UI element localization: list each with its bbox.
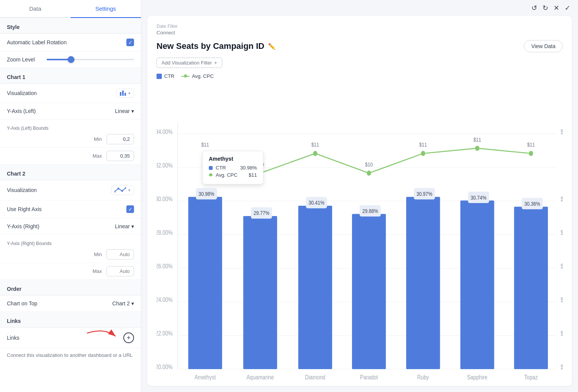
yaxis-left-min-row: Min bbox=[0, 131, 141, 148]
chart1-visualization-dropdown[interactable]: ▾ bbox=[116, 89, 134, 98]
svg-text:$10: $10 bbox=[560, 195, 563, 202]
chart-on-top-label: Chart on Top bbox=[7, 300, 37, 307]
add-filter-plus-icon: + bbox=[214, 60, 217, 66]
svg-rect-29 bbox=[188, 197, 222, 369]
svg-point-55 bbox=[475, 146, 480, 151]
yaxis-right-min-input[interactable] bbox=[107, 249, 134, 260]
top-bar: ↺ ↻ ✕ ✓ bbox=[141, 0, 578, 16]
svg-rect-41 bbox=[406, 197, 440, 369]
chart-on-top-select[interactable]: Chart 2 ▾ bbox=[112, 300, 134, 307]
tab-data[interactable]: Data bbox=[0, 0, 71, 17]
svg-rect-44 bbox=[460, 200, 494, 369]
use-right-axis-label: Use Right Axis bbox=[7, 206, 42, 212]
svg-text:$8: $8 bbox=[560, 229, 563, 236]
svg-text:$11: $11 bbox=[419, 142, 427, 148]
automatic-label-rotation-row: Automatic Label Rotation ✓ bbox=[0, 34, 141, 52]
close-icon[interactable]: ✕ bbox=[554, 4, 559, 12]
main-chart-svg: 20.00% 22.00% 24.00% 26.00% 28.00% 30.00… bbox=[157, 82, 563, 382]
svg-text:$10: $10 bbox=[365, 161, 373, 168]
tab-settings[interactable]: Settings bbox=[71, 0, 141, 18]
automatic-label-rotation-label: Automatic Label Rotation bbox=[7, 39, 66, 45]
yaxis-right-min-label: Min bbox=[94, 252, 102, 257]
svg-text:$11: $11 bbox=[527, 142, 535, 148]
zoom-slider-track[interactable] bbox=[47, 59, 134, 60]
legend-ctr-icon bbox=[157, 74, 162, 79]
chart2-visualization-label: Visualization bbox=[7, 187, 37, 193]
svg-text:Diamond: Diamond bbox=[305, 374, 325, 381]
add-filter-label: Add Visualization Filter bbox=[161, 60, 212, 66]
chart2-yaxis-chevron: ▾ bbox=[131, 223, 134, 229]
add-filter-button[interactable]: Add Visualization Filter + bbox=[157, 58, 222, 68]
use-right-axis-checkbox[interactable]: ✓ bbox=[126, 205, 134, 213]
svg-text:$0: $0 bbox=[560, 364, 563, 371]
bar2 bbox=[122, 90, 124, 96]
chart-on-top-row: Chart on Top Chart 2 ▾ bbox=[0, 295, 141, 312]
undo-icon[interactable]: ↺ bbox=[531, 4, 537, 12]
yaxis-right-max-input[interactable] bbox=[107, 266, 134, 276]
chart2-visualization-dropdown[interactable]: ▾ bbox=[111, 185, 134, 195]
svg-point-56 bbox=[529, 151, 533, 156]
links-add-button[interactable]: + bbox=[123, 332, 134, 343]
svg-point-51 bbox=[258, 171, 262, 176]
svg-text:28.00%: 28.00% bbox=[157, 229, 173, 236]
svg-text:Paradot: Paradot bbox=[360, 374, 378, 381]
svg-text:Amethyst: Amethyst bbox=[195, 374, 216, 381]
yaxis-right-min-row: Min bbox=[0, 246, 141, 263]
section-chart1: Chart 1 bbox=[0, 68, 141, 84]
chart1-yaxis-left-value: Linear bbox=[115, 108, 130, 114]
chart2-yaxis-right-select[interactable]: Linear ▾ bbox=[115, 223, 134, 229]
chart1-yaxis-left-label: Y-Axis (Left) bbox=[7, 108, 36, 114]
links-hint: Connect this visualization to another da… bbox=[0, 348, 141, 364]
svg-text:$11: $11 bbox=[201, 142, 209, 148]
chart-legend: CTR Avg. CPC bbox=[157, 73, 563, 79]
chart1-yaxis-left-select[interactable]: Linear ▾ bbox=[115, 108, 134, 114]
svg-text:30.74%: 30.74% bbox=[471, 194, 486, 200]
use-right-axis-row: Use Right Axis ✓ bbox=[0, 200, 141, 218]
svg-text:$12: $12 bbox=[560, 128, 563, 135]
edit-title-icon[interactable]: ✏️ bbox=[268, 43, 276, 50]
svg-text:29.88%: 29.88% bbox=[362, 208, 378, 214]
svg-text:Aquamarine: Aquamarine bbox=[247, 374, 274, 381]
svg-text:$11: $11 bbox=[311, 142, 319, 148]
date-filter-label: Date Filter bbox=[157, 24, 563, 29]
legend-avg-cpc: Avg. CPC bbox=[181, 73, 214, 79]
yaxis-left-min-input[interactable] bbox=[107, 134, 134, 144]
chart2-visualization-row: Visualization ▾ bbox=[0, 180, 141, 200]
redo-icon[interactable]: ↻ bbox=[542, 4, 548, 12]
svg-rect-38 bbox=[352, 214, 386, 369]
tab-bar: Data Settings bbox=[0, 0, 141, 18]
zoom-slider-thumb[interactable] bbox=[68, 56, 74, 63]
view-data-button[interactable]: View Data bbox=[524, 40, 563, 52]
yaxis-left-min-label: Min bbox=[94, 136, 102, 142]
automatic-label-rotation-checkbox[interactable]: ✓ bbox=[126, 39, 134, 46]
chart1-visualization-label: Visualization bbox=[7, 90, 37, 96]
zoom-level-label: Zoom Level bbox=[7, 56, 41, 63]
svg-point-1 bbox=[118, 188, 119, 190]
section-chart2: Chart 2 bbox=[0, 165, 141, 180]
chart-area: ↺ ↻ ✕ ✓ Date Filter Connect New Seats by… bbox=[141, 0, 578, 392]
check-icon[interactable]: ✓ bbox=[565, 4, 570, 12]
svg-rect-32 bbox=[243, 216, 277, 369]
links-add-wrapper: + bbox=[123, 332, 134, 343]
svg-text:$11: $11 bbox=[473, 137, 481, 143]
chart2-yaxis-right-value: Linear bbox=[115, 223, 130, 229]
svg-text:30.97%: 30.97% bbox=[417, 191, 432, 197]
svg-text:$10: $10 bbox=[256, 161, 264, 168]
links-row: Links + bbox=[0, 327, 141, 348]
svg-point-53 bbox=[367, 171, 371, 176]
yaxis-left-max-input[interactable] bbox=[107, 151, 134, 161]
svg-text:$6: $6 bbox=[560, 263, 563, 270]
section-style: Style bbox=[0, 18, 141, 34]
svg-text:26.00%: 26.00% bbox=[157, 263, 173, 270]
svg-text:Sapphire: Sapphire bbox=[467, 374, 488, 381]
svg-rect-47 bbox=[514, 207, 548, 369]
chart-title-text: New Seats by Campaign ID bbox=[157, 41, 264, 51]
yaxis-left-max-label: Max bbox=[92, 153, 102, 159]
legend-ctr: CTR bbox=[157, 73, 174, 79]
chart1-vis-chevron: ▾ bbox=[128, 91, 131, 96]
svg-text:30.36%: 30.36% bbox=[525, 201, 540, 207]
svg-text:30.98%: 30.98% bbox=[199, 191, 214, 197]
yaxis-right-max-row: Max bbox=[0, 263, 141, 280]
svg-point-50 bbox=[203, 151, 207, 156]
svg-rect-35 bbox=[298, 206, 332, 369]
